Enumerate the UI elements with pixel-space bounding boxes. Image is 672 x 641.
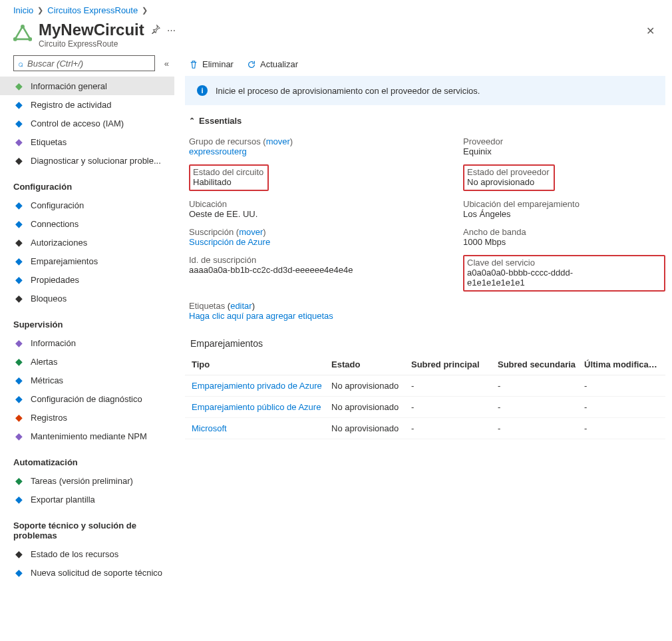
tags-row: Etiquetas (editar) Haga clic aquí para a… [185,296,665,326]
search-input[interactable]: ⌕ Buscar (Ctrl+/) [13,55,155,71]
table-row[interactable]: Emparejamiento público de Azure No aprov… [185,397,665,418]
move-subscription-link[interactable]: mover [239,227,263,237]
location-value: Oeste de EE. UU. [189,209,463,219]
edit-tags-link[interactable]: editar [230,301,252,311]
bandwidth-value: 1000 Mbps [463,237,665,247]
provider-value: Equinix [463,146,665,156]
sidebar-item-label: Información general [31,81,107,91]
nav-icon: ◆ [13,412,24,423]
sidebar-item[interactable]: ◆Propiedades [0,270,174,289]
service-key-value: a0a0a0a0-bbbb-cccc-dddd-e1e1e1e1e1e1 [467,268,624,288]
peerings-title: Emparejamientos [185,326,665,354]
nav-icon: ◆ [13,337,24,348]
sidebar-item[interactable]: ◆Emparejamientos [0,252,174,270]
sidebar-item[interactable]: ◆Nueva solicitud de soporte técnico [0,563,174,582]
page-subtitle: Circuito ExpressRoute [39,39,176,49]
peering-type-link[interactable]: Emparejamiento público de Azure [192,402,321,412]
svg-point-1 [21,25,25,29]
subscription-id-value: aaaa0a0a-bb1b-cc2c-dd3d-eeeeee4e4e4e [189,265,463,275]
sidebar-item-label: Control de acceso (IAM) [31,118,124,128]
sidebar-item-label: Tareas (versión preliminar) [31,476,133,486]
nav-icon: ◆ [13,155,24,166]
service-key-label: Clave del servicio [467,258,624,268]
search-placeholder: Buscar (Ctrl+/) [27,59,83,69]
collapse-sidebar-icon[interactable]: « [164,59,169,69]
sidebar-item-label: Etiquetas [31,137,67,147]
sidebar-item-label: Registros [31,413,67,423]
peering-location-label: Ubicación del emparejamiento [463,199,665,209]
refresh-label: Actualizar [260,59,298,69]
sidebar-item[interactable]: ◆Información general [0,77,174,95]
sidebar-item[interactable]: ◆Exportar plantilla [0,490,174,509]
pin-icon[interactable] [151,25,160,36]
nav-icon: ◆ [13,393,24,404]
peering-state: No aprovisionado [331,402,411,412]
sidebar-item[interactable]: ◆Bloqueos [0,289,174,308]
subscription-id-label: Id. de suscripción [189,255,463,265]
sidebar-item[interactable]: ◆Configuración de diagnóstico [0,389,174,408]
sidebar-item[interactable]: ◆Métricas [0,371,174,389]
nav-icon: ◆ [13,118,24,128]
add-tags-link[interactable]: Haga clic aquí para agregar etiquetas [189,311,333,321]
peering-primary: - [411,381,498,391]
location-label: Ubicación [189,199,463,209]
sidebar-item[interactable]: ◆Tareas (versión preliminar) [0,471,174,490]
nav-icon: ◆ [13,200,24,210]
tags-label: Etiquetas [189,301,225,311]
sidebar-item[interactable]: ◆Registro de actividad [0,95,174,114]
sidebar: ⌕ Buscar (Ctrl+/) « ◆Información general… [0,55,174,595]
peering-secondary: - [498,402,584,412]
delete-button[interactable]: Eliminar [189,59,234,69]
close-icon[interactable]: ✕ [642,21,659,41]
sidebar-item-label: Bloqueos [31,294,67,304]
peering-state: No aprovisionado [331,381,411,391]
col-secondary-subnet: Subred secundaria [498,359,584,369]
nav-icon: ◆ [13,356,24,367]
sidebar-item-label: Propiedades [31,275,79,285]
sidebar-item[interactable]: ◆Estado de los recursos [0,544,174,563]
table-header: Tipo Estado Subred principal Subred secu… [185,354,665,375]
resource-group-value[interactable]: expressrouterg [189,146,247,156]
sidebar-item[interactable]: ◆Alertas [0,352,174,371]
provider-state-value: No aprovisionado [467,177,550,187]
sidebar-item-label: Diagnosticar y solucionar proble... [31,156,161,166]
peering-state: No aprovisionado [331,423,411,433]
sidebar-item[interactable]: ◆Registros [0,408,174,427]
sidebar-item[interactable]: ◆Mantenimiento mediante NPM [0,427,174,445]
nav-icon: ◆ [13,431,24,441]
peering-primary: - [411,423,498,433]
sidebar-item[interactable]: ◆Información [0,333,174,352]
sidebar-item[interactable]: ◆Etiquetas [0,132,174,151]
peering-type-link[interactable]: Emparejamiento privado de Azure [192,381,322,391]
nav-icon: ◆ [13,548,24,559]
bandwidth-label: Ancho de banda [463,227,665,237]
sidebar-section-title: Soporte técnico y solución de problemas [0,509,174,544]
nav-icon: ◆ [13,237,24,248]
more-icon[interactable]: ⋯ [167,25,176,35]
breadcrumb-item[interactable]: Circuitos ExpressRoute [47,5,138,15]
peering-last: - [584,402,659,412]
sidebar-item-label: Emparejamientos [31,256,98,266]
table-row[interactable]: Emparejamiento privado de Azure No aprov… [185,375,665,397]
refresh-button[interactable]: Actualizar [247,59,298,69]
breadcrumb-home[interactable]: Inicio [13,5,33,15]
sidebar-item[interactable]: ◆Diagnosticar y solucionar proble... [0,151,174,170]
sidebar-item-label: Autorizaciones [31,238,87,248]
essentials-grid: Grupo de recursos (mover) expressrouterg… [185,128,665,296]
sidebar-item-label: Configuración [31,200,84,210]
move-resource-group-link[interactable]: mover [266,136,290,146]
nav-icon: ◆ [13,274,24,285]
table-row[interactable]: Microsoft No aprovisionado - - - [185,418,665,439]
sidebar-item[interactable]: ◆Connections [0,214,174,233]
subscription-value[interactable]: Suscripción de Azure [189,237,270,247]
sidebar-item[interactable]: ◆Control de acceso (IAM) [0,114,174,132]
search-icon: ⌕ [18,59,23,69]
sidebar-item[interactable]: ◆Autorizaciones [0,233,174,252]
peering-last: - [584,381,659,391]
nav-icon: ◆ [13,99,24,110]
peering-type-link[interactable]: Microsoft [192,423,227,433]
sidebar-item-label: Métricas [31,375,63,385]
essentials-toggle[interactable]: ⌃ Essentials [185,113,665,128]
sidebar-item[interactable]: ◆Configuración [0,196,174,214]
chevron-right-icon: ❯ [142,6,148,15]
